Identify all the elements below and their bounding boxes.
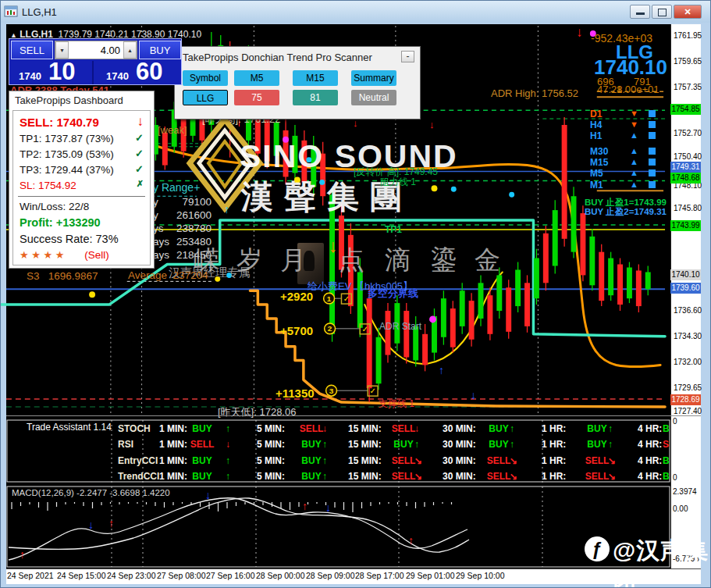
scanner-header-m15[interactable]: M15: [293, 70, 338, 86]
lot-size-input[interactable]: [69, 41, 123, 59]
check-icon: ✓: [135, 163, 144, 175]
signal-value: BUY: [663, 471, 670, 482]
profit-pips-label: +11350: [276, 387, 315, 400]
up-arrow-icon: ↑: [322, 439, 327, 450]
axis-tick: 1734.30: [674, 332, 702, 340]
up-arrow-icon: ↑: [322, 455, 327, 466]
close-icon: ✕: [684, 7, 691, 16]
up-arrow-icon: ↑: [608, 423, 613, 434]
up-arrow-icon: ↑: [20, 549, 25, 560]
up-arrow-icon: ↑: [608, 439, 613, 450]
timeframe-label: M5: [590, 168, 603, 179]
square-icon: [649, 181, 656, 188]
square-icon: [649, 148, 656, 155]
watermark-char: 岁: [236, 243, 262, 278]
price-badge: 1739.60: [670, 283, 701, 294]
subwindow-axis-value: 0: [673, 473, 677, 482]
scanner-cell[interactable]: 75: [234, 90, 279, 105]
macd-pane[interactable]: [6, 485, 670, 568]
candle: [524, 275, 530, 332]
rating-row: ★ ★ ★ ★ (Sell): [13, 247, 150, 262]
signal-value: BUY: [663, 455, 670, 466]
buy-button[interactable]: BUY: [139, 41, 181, 59]
svg-text:✓: ✓: [369, 387, 375, 395]
candle: [450, 301, 456, 352]
yesterday-low-label: [昨天低]: 1728.06: [218, 405, 296, 419]
time-axis-label: 28 Sep 09:00: [306, 571, 354, 580]
window-titlebar[interactable]: LLG,H1 ✕: [1, 1, 710, 23]
down-arrow-icon: ↓: [226, 439, 230, 450]
one-click-trading-panel: SELL ▾ ▴ BUY 1740 10 1740 60: [9, 38, 182, 85]
timeframe-column-label: 30 MIN:: [443, 439, 476, 450]
s3-label: S3 1696.9867: [27, 270, 98, 282]
price-badge: 1740.10: [670, 269, 701, 280]
divider: [18, 196, 145, 197]
scanner-cell[interactable]: LLG: [183, 90, 228, 105]
timeframe-column-label: 30 MIN:: [443, 423, 476, 434]
svg-text:1: 1: [327, 294, 332, 303]
up-arrow-icon: ↑: [510, 439, 514, 450]
candle: [627, 262, 632, 304]
donchian-scanner-panel[interactable]: TakePropips Donchian Trend Pro Scanner -…: [174, 46, 421, 119]
restore-button[interactable]: [652, 5, 672, 19]
profit-pips-label: +2920: [280, 290, 313, 303]
up-arrow-icon: ↑: [510, 423, 514, 434]
price-badge: 1754.85: [670, 104, 701, 115]
candle: [589, 229, 595, 290]
scanner-cell[interactable]: 81: [293, 90, 338, 105]
signal-value: BUY: [185, 423, 219, 434]
cross-icon: ✗: [137, 179, 144, 189]
scanner-header-summary[interactable]: Summary: [351, 70, 396, 86]
candle: [515, 262, 521, 312]
down-arrow-icon: ↘: [510, 455, 517, 466]
down-arrow-icon: ↓: [429, 119, 435, 130]
timeframe-column-label: 30 MIN:: [443, 455, 476, 466]
square-icon: [649, 110, 656, 117]
subwindow-splitter[interactable]: [6, 415, 701, 416]
lot-size-box: ▾ ▴: [55, 41, 137, 59]
time-axis-label: 24 Sep 15:00: [57, 571, 105, 580]
sell-button[interactable]: SELL: [11, 41, 53, 59]
scanner-header-symbol[interactable]: Symbol: [183, 70, 228, 86]
average-label: Average 237204: [128, 269, 208, 281]
down-arrow-icon: ↘: [414, 455, 422, 466]
terminal-window: LLG,H1 ✕ 1✓2✓3✓ SINO SOUND 漢聲集團 ▲ LLG,H1…: [0, 0, 711, 588]
scanner-header-m5[interactable]: M5: [234, 70, 279, 86]
sell-price[interactable]: 1740 10: [11, 61, 94, 84]
brand-logo-icon: ƒ: [585, 536, 610, 561]
minimize-button[interactable]: [630, 5, 650, 19]
lot-decrease-button[interactable]: ▾: [55, 41, 69, 59]
close-button[interactable]: ✕: [674, 5, 702, 19]
timeframe-column-label: 1 MIN:: [159, 455, 187, 466]
up-triangle-icon: ▲: [630, 169, 638, 177]
scanner-cell[interactable]: Neutral: [351, 90, 396, 105]
weak-label: [weak]: [158, 124, 187, 136]
timeframe-column-label: 30 MIN:: [443, 471, 476, 482]
scanner-minimize-button[interactable]: -: [401, 51, 414, 62]
restore-icon: [658, 9, 667, 16]
candle: [562, 117, 567, 247]
step-up-icon: ▴: [128, 47, 131, 54]
timeframe-label: M1: [590, 180, 603, 191]
timeframe-column-label: 4 HR:: [638, 423, 662, 434]
winloss-row: Win/Loss: 22/8: [13, 198, 150, 214]
candle: [460, 283, 465, 333]
price-badge: 1748.68: [670, 173, 701, 184]
timeframe-column-label: 1 HR:: [542, 423, 566, 434]
axis-tick: 1745.80: [674, 204, 702, 212]
signal-value: BUY: [185, 455, 219, 466]
window-title: LLG,H1: [22, 6, 57, 18]
time-axis-label: 24 Sep 23:00: [107, 571, 155, 580]
lot-increase-button[interactable]: ▴: [123, 41, 137, 59]
timeframe-column-label: 5 MIN:: [257, 455, 285, 466]
up-arrow-icon: ↑: [108, 518, 114, 529]
down-triangle-icon: ▼: [630, 109, 638, 118]
tp1-label: TP1: [385, 224, 402, 235]
time-axis-label: 28 Sep 00:00: [256, 571, 304, 580]
time-axis-label: 27 Sep 16:00: [206, 571, 254, 580]
takepropips-dashboard-panel[interactable]: TakePropips Dashboard SELL: 1740.79 ↓ TP…: [9, 91, 155, 269]
period-volume-row: ys: [153, 223, 164, 234]
daily-range-label: y Range+: [153, 181, 200, 194]
buy-price[interactable]: 1740 60: [95, 61, 181, 84]
subwindow-axis-value: 0.00: [673, 504, 688, 513]
